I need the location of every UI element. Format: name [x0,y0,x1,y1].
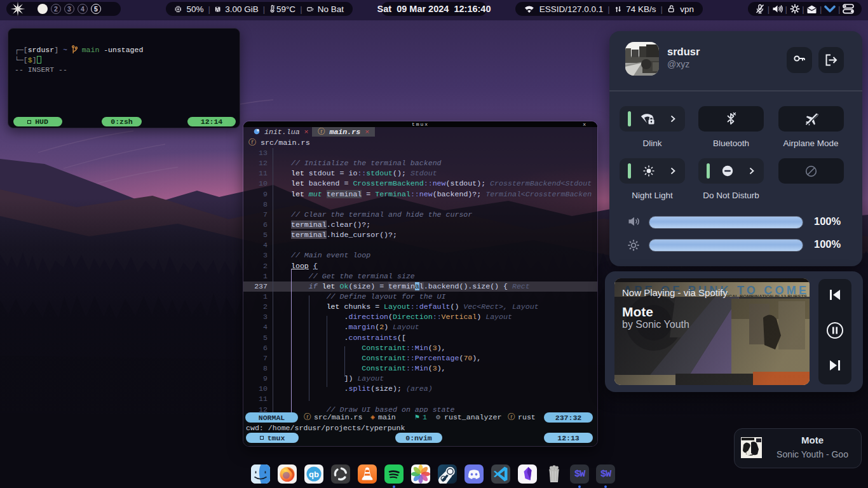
svg-text:qb: qb [309,470,319,479]
